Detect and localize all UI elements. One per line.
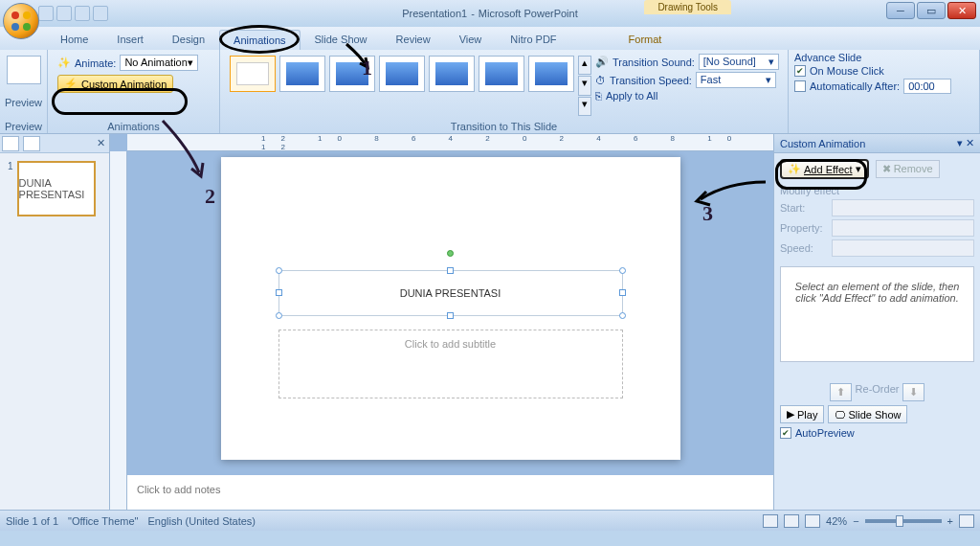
apply-icon: ⎘ [595, 90, 602, 102]
ruler-horizontal: 12 10 8 6 4 2 0 2 4 6 8 10 12 [127, 134, 773, 151]
subtitle-placeholder[interactable]: Click to add subtitle [278, 330, 623, 398]
zoom-in-button[interactable]: + [947, 515, 953, 527]
transition-item[interactable] [379, 56, 425, 92]
outline-tab-icon[interactable] [23, 136, 40, 151]
auto-time-spinner[interactable]: 00:00 [903, 79, 951, 94]
group-transition: ▴ ▾ ▾ 🔊Transition Sound:[No Sound]▾ ⏱Tra… [220, 50, 789, 133]
ribbon: Preview Preview ✨ Animate: No Animation▾… [0, 50, 980, 134]
custom-animation-button[interactable]: ⚡ Custom Animation [57, 75, 173, 93]
fit-button[interactable] [959, 514, 974, 528]
slideshow-view-icon[interactable] [805, 514, 820, 528]
qat-redo-icon[interactable] [75, 6, 90, 21]
quick-access-toolbar [38, 6, 108, 21]
resize-handle[interactable] [619, 312, 626, 319]
office-button[interactable] [3, 3, 39, 39]
transition-item[interactable] [528, 56, 574, 92]
slide-number: 1 [8, 161, 13, 216]
slide-editor: 12 10 8 6 4 2 0 2 4 6 8 10 12 DUNIA PRES… [110, 134, 773, 510]
tab-format[interactable]: Format [614, 29, 677, 50]
chevron-down-icon: ▾ [856, 163, 861, 175]
resize-handle[interactable] [447, 267, 454, 274]
resize-handle[interactable] [276, 289, 282, 296]
normal-view-icon[interactable] [763, 514, 778, 528]
sorter-view-icon[interactable] [784, 514, 799, 528]
qat-save-icon[interactable] [38, 6, 54, 21]
gallery-more-icon[interactable]: ▾ [578, 97, 591, 116]
tab-animations[interactable]: Animations [219, 30, 300, 50]
transition-gallery[interactable]: ▴ ▾ ▾ [226, 52, 595, 120]
speed-dropdown[interactable] [832, 239, 974, 257]
maximize-button[interactable]: ▭ [917, 2, 946, 19]
slide-canvas[interactable]: DUNIA PRESENTASI Click to add subtitle [127, 151, 773, 471]
advance-heading: Advance Slide [794, 52, 973, 63]
title-placeholder[interactable]: DUNIA PRESENTASI [278, 270, 623, 316]
zoom-out-button[interactable]: − [853, 515, 858, 527]
custom-animation-icon: ⚡ [64, 78, 78, 90]
tab-view[interactable]: View [445, 29, 497, 50]
gallery-down-icon[interactable]: ▾ [578, 76, 591, 95]
onclick-label: On Mouse Click [810, 65, 884, 77]
property-dropdown[interactable] [832, 219, 974, 237]
group-preview-label: Preview [5, 120, 42, 133]
apply-to-all-button[interactable]: ⎘Apply to All [595, 90, 779, 102]
play-button[interactable]: ▶ Play [780, 405, 824, 423]
qat-undo-icon[interactable] [56, 6, 72, 21]
transition-item[interactable] [329, 56, 375, 92]
remove-effect-button[interactable]: ✖Remove [876, 160, 940, 178]
svg-point-3 [23, 23, 31, 31]
preview-button[interactable] [7, 56, 41, 84]
zoom-value[interactable]: 42% [826, 515, 847, 527]
animate-dropdown[interactable]: No Animation▾ [120, 55, 197, 71]
transition-sound-dropdown[interactable]: [No Sound]▾ [699, 54, 779, 70]
tab-insert[interactable]: Insert [102, 29, 158, 50]
auto-checkbox[interactable] [794, 80, 806, 92]
taskpane-close-icon[interactable]: ✕ [966, 137, 974, 148]
group-animations-label: Animations [54, 120, 213, 133]
resize-handle[interactable] [276, 312, 282, 319]
animate-icon: ✨ [57, 57, 71, 70]
tab-review[interactable]: Review [382, 29, 445, 50]
tab-design[interactable]: Design [158, 29, 219, 50]
rotate-handle[interactable] [447, 250, 454, 257]
resize-handle[interactable] [447, 312, 454, 319]
transition-item[interactable] [429, 56, 475, 92]
resize-handle[interactable] [619, 289, 626, 296]
group-transition-label: Transition to This Slide [226, 120, 782, 133]
qat-dd-icon[interactable] [93, 6, 108, 21]
gallery-up-icon[interactable]: ▴ [578, 56, 591, 75]
autopreview-label: AutoPreview [795, 427, 855, 439]
slide-title-text: DUNIA PRESENTASI [400, 287, 501, 299]
reorder-up-button[interactable]: ⬆ [830, 383, 852, 401]
start-dropdown[interactable] [832, 199, 974, 216]
ribbon-tabs: Home Insert Design Animations Slide Show… [0, 27, 980, 50]
group-preview: Preview Preview [0, 50, 48, 133]
transition-item[interactable] [279, 56, 325, 92]
slides-tab-icon[interactable] [2, 136, 19, 151]
autopreview-checkbox[interactable]: ✔ [780, 427, 791, 439]
panel-close-icon[interactable]: ✕ [97, 137, 105, 149]
zoom-slider[interactable] [865, 519, 942, 523]
tab-home[interactable]: Home [46, 29, 102, 50]
slide-thumb-image[interactable]: DUNIA PRESENTASI [17, 161, 96, 216]
transition-speed-dropdown[interactable]: Fast▾ [696, 72, 776, 88]
transition-none[interactable] [230, 56, 276, 92]
tab-nitro[interactable]: Nitro PDF [496, 29, 570, 50]
taskpane-dd-icon[interactable]: ▾ [957, 137, 963, 148]
minimize-button[interactable]: ─ [886, 2, 915, 19]
resize-handle[interactable] [619, 267, 626, 274]
transition-item[interactable] [479, 56, 524, 92]
slide-thumbnail[interactable]: 1 DUNIA PRESENTASI [8, 161, 101, 216]
notes-pane[interactable]: Click to add notes [127, 471, 773, 510]
slide[interactable]: DUNIA PRESENTASI Click to add subtitle [221, 157, 680, 460]
resize-handle[interactable] [276, 267, 282, 274]
tab-slideshow[interactable]: Slide Show [301, 29, 382, 50]
language-indicator[interactable]: English (United States) [147, 515, 256, 527]
svg-point-0 [11, 11, 19, 19]
add-effect-button[interactable]: ✨ Add Effect ▾ [780, 159, 869, 179]
close-button[interactable]: ✕ [947, 2, 976, 19]
slideshow-button[interactable]: 🖵 Slide Show [828, 405, 907, 423]
reorder-down-button[interactable]: ⬇ [902, 383, 924, 401]
reorder-label: Re-Order [856, 383, 900, 401]
transition-sound-label: Transition Sound: [612, 57, 695, 68]
onclick-checkbox[interactable]: ✔ [794, 65, 806, 77]
